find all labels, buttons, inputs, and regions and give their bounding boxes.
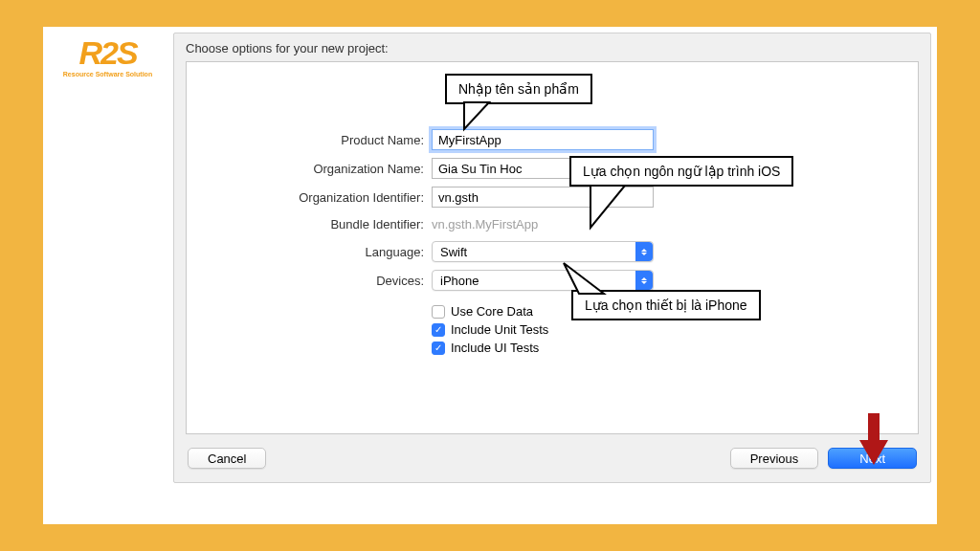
product-name-label: Product Name: [187,133,432,147]
logo-mark: R2S [53,36,163,69]
speech-tail-icon [587,184,631,231]
updown-arrows-icon [635,271,653,290]
dialog-title: Choose options for your new project: [174,33,930,61]
checkbox-checked-icon: ✓ [432,342,445,355]
include-ui-tests-row[interactable]: ✓ Include UI Tests [432,341,918,355]
bundle-identifier-value: vn.gsth.MyFirstApp [432,215,719,233]
speech-tail-icon [562,261,610,299]
svg-marker-0 [464,102,489,129]
updown-arrows-icon [635,242,653,261]
language-select[interactable]: Swift [432,241,654,262]
logo-subtitle: Resource Software Solution [53,71,163,77]
svg-marker-3 [859,413,888,465]
language-label: Language: [187,245,432,259]
dialog-footer: Cancel Previous Next [174,434,930,482]
cancel-button[interactable]: Cancel [188,448,266,469]
bundle-identifier-label: Bundle Identifier: [187,217,432,231]
callout-language: Lựa chọn ngôn ngữ lập trình iOS [569,156,793,187]
page-frame: R2S Resource Software Solution Choose op… [43,27,937,524]
new-project-dialog: Choose options for your new project: Pro… [173,33,931,483]
include-unit-tests-label: Include Unit Tests [451,322,548,337]
previous-button[interactable]: Previous [730,448,819,469]
devices-label: Devices: [187,274,432,288]
organization-name-label: Organization Name: [187,162,432,176]
organization-identifier-label: Organization Identifier: [187,190,432,205]
red-arrow-icon [859,413,888,465]
include-unit-tests-row[interactable]: ✓ Include Unit Tests [432,322,918,337]
dialog-body: Product Name: Organization Name: Organiz… [186,61,919,434]
language-select-value: Swift [433,245,635,259]
include-ui-tests-label: Include UI Tests [451,341,539,355]
checkbox-unchecked-icon [432,305,445,319]
svg-marker-1 [590,186,625,228]
speech-tail-icon [460,100,495,133]
checkbox-checked-icon: ✓ [432,323,445,337]
brand-logo: R2S Resource Software Solution [53,36,163,77]
svg-marker-2 [564,263,604,294]
use-core-data-label: Use Core Data [451,304,533,319]
devices-select[interactable]: iPhone [432,270,654,291]
